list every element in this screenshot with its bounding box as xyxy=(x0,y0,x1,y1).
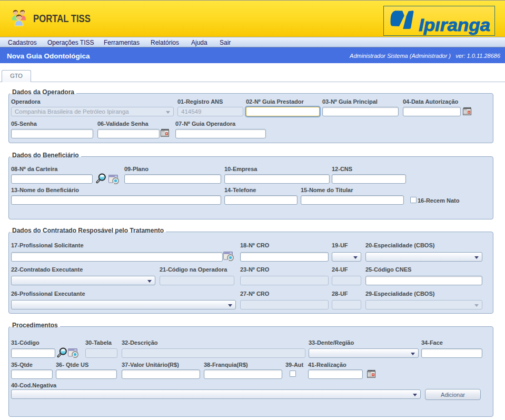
svg-text:Ipıranga: Ipıranga xyxy=(419,15,490,35)
